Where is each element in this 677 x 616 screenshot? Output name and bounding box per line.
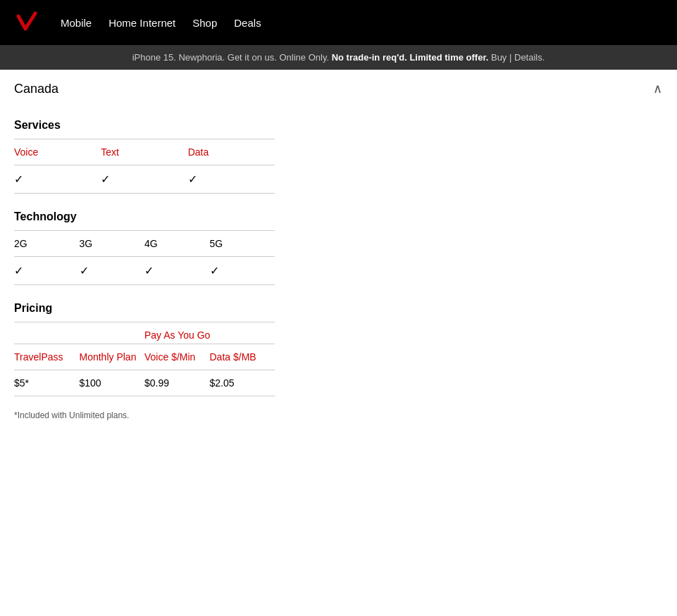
technology-title: Technology: [14, 210, 275, 223]
nav-shop[interactable]: Shop: [192, 17, 217, 29]
pricing-value-voice-min: $0.99: [144, 370, 210, 396]
promo-buy-link[interactable]: Buy: [491, 52, 507, 63]
technology-table: 2G 3G 4G 5G ✓ ✓ ✓ ✓: [14, 230, 275, 285]
promo-text: iPhone 15. Newphoria. Get it on us. Onli…: [132, 52, 332, 63]
tech-header-3g: 3G: [80, 231, 145, 257]
verizon-logo[interactable]: [14, 9, 39, 37]
technology-check-row: ✓ ✓ ✓ ✓: [14, 257, 275, 285]
pricing-header-data-mb: Data $/MB: [210, 344, 275, 370]
pricing-table: Pay As You Go TravelPass Monthly Plan Vo…: [14, 322, 275, 396]
pricing-value-travelpass: $5*: [14, 370, 80, 396]
pricing-subheader-row: Pay As You Go: [14, 322, 275, 344]
nav-home-internet[interactable]: Home Internet: [108, 17, 175, 29]
nav-deals[interactable]: Deals: [234, 17, 261, 29]
pricing-col-header-row: TravelPass Monthly Plan Voice $/Min Data…: [14, 344, 275, 370]
tech-header-2g: 2G: [14, 231, 80, 257]
pricing-value-monthly: $100: [80, 370, 145, 396]
tech-check-5g: ✓: [210, 257, 275, 285]
services-header-voice: Voice: [14, 139, 101, 165]
pricing-header-monthly: Monthly Plan: [80, 344, 145, 370]
promo-bold: No trade-in req'd. Limited time offer.: [332, 52, 489, 63]
promo-banner: iPhone 15. Newphoria. Get it on us. Onli…: [0, 45, 677, 70]
pricing-title: Pricing: [14, 302, 275, 315]
nav-links: Mobile Home Internet Shop Deals: [61, 17, 261, 29]
pricing-section: Pricing Pay As You Go TravelPass Monthly…: [14, 302, 275, 420]
nav-mobile[interactable]: Mobile: [61, 17, 92, 29]
promo-separator: |: [509, 52, 514, 63]
tech-check-3g: ✓: [80, 257, 145, 285]
pricing-sub-empty2: [80, 322, 145, 344]
pricing-value-row: $5* $100 $0.99 $2.05: [14, 370, 275, 396]
tech-check-4g: ✓: [144, 257, 210, 285]
tech-check-2g: ✓: [14, 257, 80, 285]
technology-section: Technology 2G 3G 4G 5G ✓ ✓ ✓ ✓: [14, 210, 275, 285]
promo-details-link[interactable]: Details.: [514, 52, 545, 63]
services-check-data: ✓: [188, 165, 275, 194]
technology-header-row: 2G 3G 4G 5G: [14, 231, 275, 257]
services-check-text: ✓: [101, 165, 187, 194]
tech-header-5g: 5G: [210, 231, 275, 257]
pricing-value-data-mb: $2.05: [210, 370, 275, 396]
pricing-payasyougo: Pay As You Go: [144, 322, 275, 344]
main-content: Canada ∧ Services Voice Text Data ✓ ✓ ✓: [0, 70, 676, 420]
pricing-footnote: *Included with Unlimited plans.: [14, 410, 275, 420]
services-check-voice: ✓: [14, 165, 101, 194]
navigation: Mobile Home Internet Shop Deals: [0, 0, 677, 45]
pricing-header-travelpass: TravelPass: [14, 344, 80, 370]
services-header-row: Voice Text Data: [14, 139, 275, 165]
services-table: Voice Text Data ✓ ✓ ✓: [14, 139, 275, 194]
pricing-header-voice-min: Voice $/Min: [144, 344, 210, 370]
services-check-row: ✓ ✓ ✓: [14, 165, 275, 194]
country-name: Canada: [14, 82, 58, 96]
services-header-data: Data: [188, 139, 275, 165]
tech-header-4g: 4G: [144, 231, 210, 257]
services-header-text: Text: [101, 139, 187, 165]
collapse-icon[interactable]: ∧: [653, 81, 662, 96]
pricing-sub-empty1: [14, 322, 80, 344]
services-section: Services Voice Text Data ✓ ✓ ✓: [14, 119, 275, 194]
canada-header: Canada ∧: [14, 70, 662, 102]
services-title: Services: [14, 119, 275, 132]
